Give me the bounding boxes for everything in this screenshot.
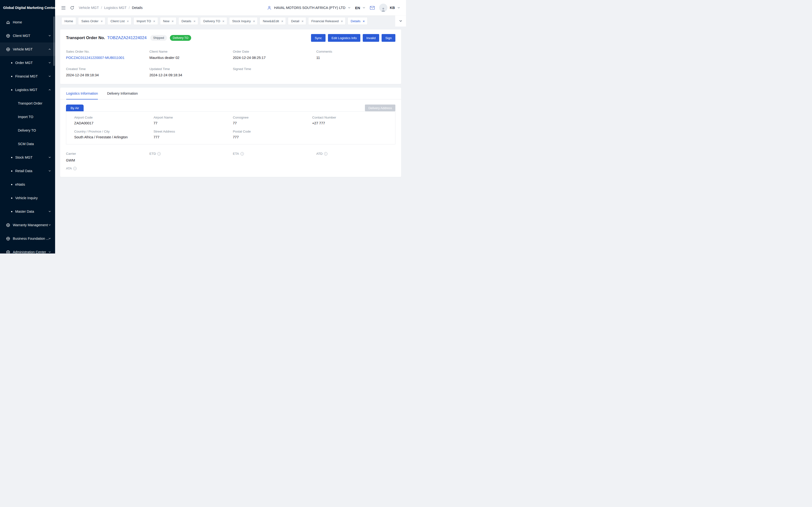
invalid-button[interactable]: Invalid [363,34,379,42]
field-label: ETA [233,152,239,156]
chevron-down-icon [48,35,51,37]
breadcrumb-separator: / [101,6,102,10]
tab-new[interactable]: New× [160,17,176,25]
sidebar-item-financial-mgt[interactable]: Financial MGT [0,69,55,83]
sidebar-item-delivery-to[interactable]: Delivery TO [0,124,55,137]
sidebar-item-label: Retail Data [15,169,33,173]
tab-delivery-to[interactable]: Delivery TO× [200,17,227,25]
close-icon[interactable]: × [222,19,224,23]
sidebar-item-label: Delivery TO [18,128,36,132]
close-icon[interactable]: × [101,19,103,23]
field-label: Sales Order No. [66,50,145,53]
tab-stock-inquiry[interactable]: Stock Inquiry× [229,17,258,25]
sidebar-item-business-foundation[interactable]: Business Foundation ... [0,232,55,245]
field-value: South Africa / Freestate / Arlington [74,135,149,139]
sidebar-item-administration-center[interactable]: Administration Center [0,245,55,253]
chevron-down-icon[interactable] [397,6,400,9]
edit-logistics-info-button[interactable]: Edit Logistics Info [328,34,360,42]
sidebar-item-vehicle-inquiry[interactable]: Vehicle Inquiry [0,191,55,205]
sidebar-item-stock-mgt[interactable]: Stock MGT [0,151,55,164]
sidebar-item-vehicle-mgt[interactable]: Vehicle MGT [0,43,55,56]
sidebar-item-enatis[interactable]: eNatis [0,178,55,191]
close-icon[interactable]: × [363,19,365,23]
field-value: 777 [153,135,229,139]
field-value: GWM [66,158,145,163]
tab-label: Sales Order [81,19,98,23]
tab-home[interactable]: Home [61,17,76,25]
tab-import-to[interactable]: Import TO× [134,17,158,25]
breadcrumb-item[interactable]: Vehicle MGT [79,6,99,10]
hamburger-menu-icon[interactable] [61,6,65,10]
tab-detail[interactable]: Detail× [288,17,306,25]
chevron-up-icon [48,48,51,51]
breadcrumb-current: Details [132,6,143,10]
field-sales-order-no: Sales Order No. POCZAC011241220007-MUB01… [66,50,145,60]
field-label: Signed Time [233,67,312,71]
field-label: Created Time [66,67,145,71]
sidebar-item-client-mgt[interactable]: Client MGT [0,29,55,43]
tabs-expand-button[interactable] [395,15,406,26]
sign-button[interactable]: Sign [382,34,395,42]
mail-icon[interactable] [370,6,375,10]
close-icon[interactable]: × [301,19,304,23]
close-icon[interactable]: × [171,19,174,23]
chevron-up-icon [48,89,51,91]
order-number-link[interactable]: TOBZAZA241224024 [107,36,147,40]
sidebar-item-scm-data[interactable]: SCM Data [0,137,55,151]
chevron-down-icon [48,156,51,159]
sidebar-item-warranty-management[interactable]: Warranty Management [0,218,55,232]
avatar[interactable] [379,4,388,12]
bullet-icon [11,211,12,212]
refresh-icon[interactable] [70,6,74,10]
field-atd: ATDi [316,152,395,163]
logistics-card: Logistics Information Delivery Informati… [60,88,401,177]
breadcrumb-item[interactable]: Logistics MGT [104,6,126,10]
tab-client-list[interactable]: Client List× [107,17,132,25]
tab-sales-order[interactable]: Sales Order× [78,17,105,25]
globe-icon [6,34,10,38]
close-icon[interactable]: × [194,19,196,23]
tab-financial-released[interactable]: Financial Released× [308,17,346,25]
sync-button[interactable]: Sync [311,34,325,42]
sidebar-item-transport-order[interactable]: Transport Order [0,97,55,110]
chevron-down-icon[interactable] [348,6,351,9]
close-icon[interactable]: × [253,19,255,23]
sidebar-scrollbar-thumb[interactable] [53,16,55,66]
tab-details[interactable]: Details× [179,17,198,25]
tab-logistics-information[interactable]: Logistics Information [66,88,98,99]
bullet-icon [11,157,12,158]
main-area: Vehicle MGT / Logistics MGT / Details HA… [55,0,406,253]
globe-icon [6,250,10,254]
globe-icon [6,47,10,51]
field-label: Postal Code [233,130,308,133]
sidebar-item-retail-data[interactable]: Retail Data [0,164,55,178]
sidebar-item-label: Client MGT [13,34,30,38]
bullet-icon [11,170,12,172]
close-icon[interactable]: × [153,19,155,23]
sidebar-item-import-to[interactable]: Import TO [0,110,55,124]
sidebar-item-label: Vehicle Inquiry [15,196,38,200]
sales-order-link[interactable]: POCZAC011241220007-MUB011001 [66,56,145,60]
content-area: Transport Order No. TOBZAZA241224024 Shi… [55,26,406,253]
field-label: ETD [149,152,156,156]
company-selector[interactable]: HAVAL MOTORS SOUTH AFRICA (PTY) LTD [274,6,345,10]
sidebar-item-master-data[interactable]: Master Data [0,205,55,218]
sidebar-item-home[interactable]: Home [0,15,55,29]
sidebar-item-order-mgt[interactable]: Order MGT [0,56,55,69]
language-selector[interactable]: EN [355,6,360,10]
tab-delivery-information[interactable]: Delivery Information [107,88,138,99]
tab-details-active[interactable]: Details× [348,17,367,25]
tab-label: Home [64,19,73,23]
chevron-down-icon [48,170,51,172]
close-icon[interactable]: × [341,19,343,23]
delivery-address-button[interactable]: Delivery Address [365,105,395,111]
by-air-tab[interactable]: By Air [66,105,84,111]
close-icon[interactable]: × [281,19,284,23]
sidebar-item-logistics-mgt[interactable]: Logistics MGT [0,83,55,97]
close-icon[interactable]: × [127,19,129,23]
field-label: ATD [316,152,323,156]
chevron-down-icon[interactable] [362,6,365,9]
field-value: +27 777 [312,121,387,125]
user-initials[interactable]: KB [390,6,395,10]
tab-new-edit[interactable]: New&&Edit× [260,17,286,25]
